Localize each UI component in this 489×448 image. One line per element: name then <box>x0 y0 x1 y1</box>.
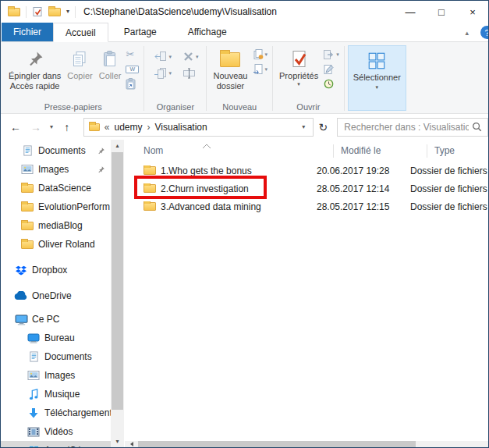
copy-to-button[interactable]: ▾ <box>152 66 173 80</box>
forward-button[interactable]: → <box>26 117 46 137</box>
chevron-down-icon: ▾ <box>265 52 268 57</box>
window-controls: — □ × <box>395 1 488 23</box>
sort-ascending-icon[interactable] <box>202 140 211 151</box>
tab-fichier[interactable]: Fichier <box>2 23 53 41</box>
scroll-left-icon[interactable] <box>125 441 138 447</box>
sidebar-item-documents-pc[interactable]: Documents <box>1 347 111 366</box>
tab-partage[interactable]: Partage <box>112 23 168 41</box>
qat-customize-button[interactable]: ▾ <box>66 9 69 15</box>
sidebar-item-label: Téléchargement <box>44 407 111 418</box>
open-button[interactable]: ▾ <box>321 48 341 61</box>
breadcrumb-udemy[interactable]: udemy <box>115 122 143 133</box>
collapse-ribbon-icon[interactable]: ▴ <box>460 28 473 37</box>
address-dropdown-icon[interactable]: ▾ <box>297 123 310 131</box>
maximize-button[interactable]: □ <box>426 1 457 23</box>
rename-button[interactable] <box>181 66 200 80</box>
rename-icon <box>182 67 196 80</box>
tab-accueil[interactable]: Accueil <box>53 23 108 42</box>
sidebar-item-mediablog[interactable]: mediaBlog <box>1 216 111 235</box>
sidebar-item-images[interactable]: Images <box>1 160 111 179</box>
explorer-window: ▾ C:\Stephane\DataScience\udemy\Visualis… <box>0 0 489 448</box>
pin-quick-access-button[interactable]: Épingler dans Accès rapide <box>5 45 64 91</box>
sidebar-item-label: Images <box>44 370 75 381</box>
refresh-icon[interactable]: ↻ <box>314 118 332 137</box>
annotation-box <box>134 176 267 199</box>
sidebar-item-images-pc[interactable]: Images <box>1 366 111 385</box>
select-button[interactable]: Sélectionner ▾ <box>348 45 406 111</box>
edit-button[interactable] <box>321 62 341 76</box>
horizontal-scrollbar[interactable] <box>125 441 488 447</box>
folder-icon <box>19 240 35 249</box>
clipboard-small-buttons: ✂ W <box>124 45 140 91</box>
sidebar-item-dropbox[interactable]: Dropbox <box>1 261 111 279</box>
title-bar: ▾ C:\Stephane\DataScience\udemy\Visualis… <box>1 1 488 23</box>
folder-icon <box>144 166 156 175</box>
window-title: C:\Stephane\DataScience\udemy\Visualisat… <box>83 6 277 17</box>
close-button[interactable]: × <box>457 1 488 23</box>
recent-locations-icon[interactable]: ▾ <box>46 117 57 137</box>
easy-access-button[interactable]: ▾ <box>251 62 270 76</box>
new-item-button[interactable]: ▾ <box>251 48 270 61</box>
tab-affichage[interactable]: Affichage <box>176 23 239 41</box>
file-modified: 28.05.2017 12:14 <box>317 183 410 194</box>
move-to-button[interactable]: ▾ <box>152 50 173 63</box>
pin-icon <box>97 165 105 174</box>
tabs-right-controls: ▴ ? <box>460 23 488 42</box>
file-name: 1.Who gets the bonus <box>161 165 252 176</box>
new-folder-button[interactable]: Nouveau dossier <box>210 45 250 91</box>
breadcrumb-overflow-icon[interactable]: « <box>105 122 110 133</box>
scroll-down-icon[interactable]: ▾ <box>111 436 124 447</box>
qat-properties-button[interactable] <box>32 6 43 17</box>
scrollbar-thumb[interactable] <box>112 152 123 410</box>
sidebar-item-evolutionperform[interactable]: EvolutionPerform <box>1 197 111 216</box>
minimize-button[interactable]: — <box>395 1 426 23</box>
delete-button[interactable]: ▾ <box>181 50 200 63</box>
paste-button[interactable]: Coller <box>96 45 125 81</box>
sidebar-item-label: Acer (C:) <box>44 445 82 447</box>
sidebar-scrollbar[interactable]: ▴ ▾ <box>111 140 124 447</box>
sidebar-item-musique[interactable]: Musique <box>1 385 111 404</box>
copy-button[interactable]: Copier <box>64 45 95 81</box>
sidebar-item-videos[interactable]: Vidéos <box>1 422 111 441</box>
chevron-down-icon: ▾ <box>168 54 172 59</box>
column-header-modifie-le[interactable]: Modifié le <box>334 145 427 156</box>
search-input[interactable] <box>338 122 472 133</box>
help-icon[interactable]: ? <box>480 26 489 39</box>
properties-button[interactable]: Propriétés ▾ <box>276 45 321 87</box>
file-type: Dossier de fichiers <box>410 201 488 212</box>
sidebar-item-bureau[interactable]: Bureau <box>1 329 111 347</box>
organize-buttons: ▾ ▾ ▾ <box>147 45 203 80</box>
back-button[interactable]: ← <box>5 117 26 137</box>
search-icon[interactable] <box>472 122 487 132</box>
scrollbar-thumb[interactable] <box>138 441 416 447</box>
sidebar-item-oliver-roland[interactable]: Oliver Roland <box>1 235 111 254</box>
new-item-icon <box>253 48 264 60</box>
cut-button[interactable]: ✂ <box>124 48 140 61</box>
scroll-up-icon[interactable]: ▴ <box>111 140 124 151</box>
sidebar-item-acer-c[interactable]: Acer (C:) <box>1 441 111 447</box>
sidebar-item-documents[interactable]: Documents <box>1 141 111 160</box>
breadcrumb-visualisation[interactable]: Visualisation <box>155 122 207 133</box>
pin-label-line1: Épingler dans <box>9 71 61 81</box>
column-header-nom[interactable]: Nom <box>144 145 333 156</box>
sidebar-item-ce-pc[interactable]: Ce PC <box>1 310 111 329</box>
qat-new-folder-button[interactable] <box>48 8 61 16</box>
properties-label: Propriétés <box>279 71 318 81</box>
file-row-advanced-data-mining[interactable]: 3.Advanced data mining 28.05.2017 12:15 … <box>124 197 488 215</box>
copy-path-button[interactable]: W <box>124 62 140 76</box>
paste-shortcut-button[interactable] <box>124 77 140 91</box>
address-box[interactable]: « udemy › Visualisation ▾ <box>83 118 314 137</box>
column-header-type[interactable]: Type <box>427 145 488 156</box>
sidebar-item-telechargement[interactable]: Téléchargement <box>1 404 111 422</box>
sidebar-item-label: Vidéos <box>44 426 73 437</box>
chevron-down-icon: ▾ <box>297 81 300 87</box>
up-button[interactable]: ↑ <box>57 117 77 137</box>
history-button[interactable] <box>321 77 341 91</box>
sidebar-item-datascience[interactable]: DataScience <box>1 179 111 197</box>
copy-label: Copier <box>67 71 92 81</box>
chevron-down-icon: ▾ <box>375 84 378 90</box>
sidebar-item-onedrive[interactable]: OneDrive <box>1 286 111 305</box>
ribbon-tabs: Fichier Accueil Partage Affichage ▴ ? <box>1 23 488 42</box>
content-area: Documents Images DataScience EvolutionPe… <box>1 140 488 447</box>
pin-label-line2: Accès rapide <box>10 81 60 91</box>
